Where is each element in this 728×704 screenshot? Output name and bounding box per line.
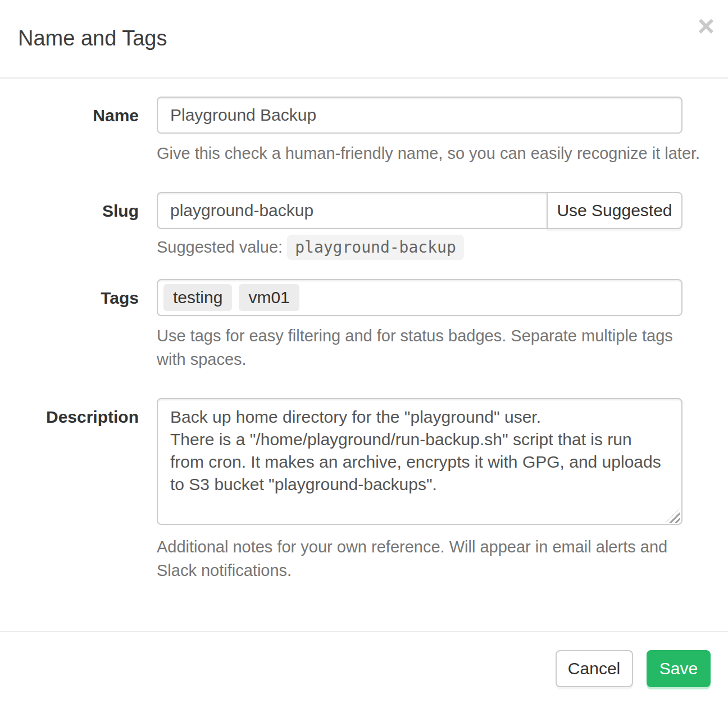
tags-controls: testing vm01 Use tags for easy filtering… [157, 279, 683, 371]
dialog-header: Name and Tags × [0, 0, 728, 79]
save-button[interactable]: Save [647, 650, 711, 687]
description-form-group: Description Back up home directory for t… [18, 398, 728, 582]
slug-label: Slug [18, 192, 139, 257]
description-label: Description [18, 398, 139, 582]
tag-chip[interactable]: testing [163, 284, 232, 311]
suggested-value-code: playground-backup [287, 235, 464, 260]
tags-form-group: Tags testing vm01 Use tags for easy filt… [18, 279, 728, 371]
tags-input[interactable]: testing vm01 [157, 279, 683, 316]
use-suggested-button[interactable]: Use Suggested [547, 192, 683, 229]
name-controls: Give this check a human-friendly name, s… [157, 97, 683, 165]
description-controls: Back up home directory for the "playgrou… [157, 398, 683, 582]
close-icon[interactable]: × [698, 13, 715, 38]
dialog-footer: Cancel Save [0, 631, 728, 704]
tag-chip[interactable]: vm01 [239, 284, 299, 311]
suggested-value-prefix: Suggested value: [157, 238, 283, 256]
description-textarea[interactable]: Back up home directory for the "playgrou… [157, 398, 683, 525]
name-label: Name [18, 97, 139, 165]
name-help-text: Give this check a human-friendly name, s… [157, 141, 705, 165]
dialog-title: Name and Tags [18, 26, 710, 51]
slug-input[interactable] [157, 192, 548, 229]
cancel-button[interactable]: Cancel [556, 650, 633, 687]
slug-controls: Use Suggested Suggested value: playgroun… [157, 192, 683, 257]
slug-input-group: Use Suggested [157, 192, 683, 229]
slug-form-group: Slug Use Suggested Suggested value: play… [18, 192, 728, 257]
suggested-value-line: Suggested value: playground-backup [157, 238, 683, 257]
dialog-body: Name Give this check a human-friendly na… [0, 79, 728, 596]
description-textarea-wrap: Back up home directory for the "playgrou… [157, 398, 683, 527]
tags-label: Tags [18, 279, 139, 371]
name-form-group: Name Give this check a human-friendly na… [18, 97, 728, 165]
description-help-text: Additional notes for your own reference.… [157, 535, 705, 582]
tags-help-text: Use tags for easy filtering and for stat… [157, 324, 705, 371]
name-input[interactable] [157, 97, 683, 134]
name-and-tags-dialog: Name and Tags × Name Give this check a h… [0, 0, 728, 704]
